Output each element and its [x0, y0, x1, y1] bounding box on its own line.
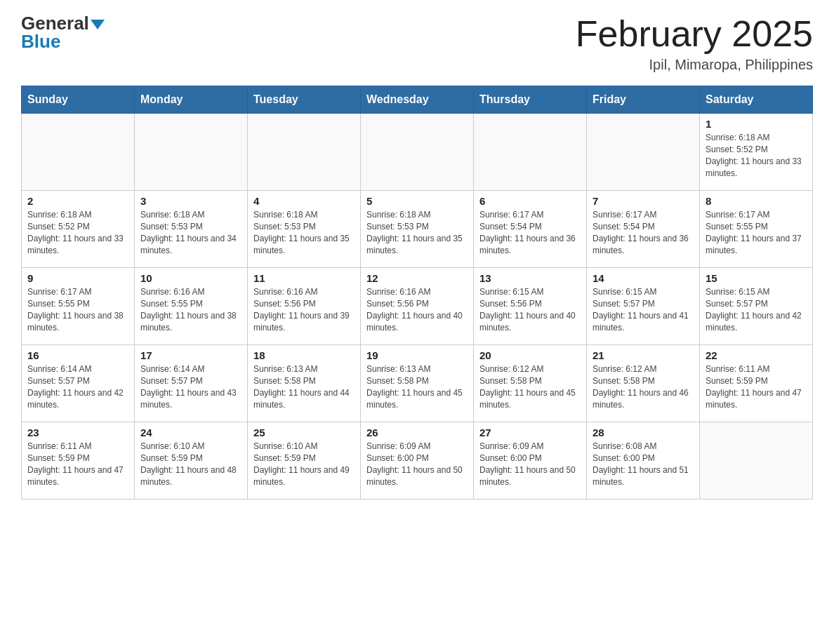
- calendar-cell: [135, 114, 248, 191]
- day-info: Sunrise: 6:13 AM Sunset: 5:58 PM Dayligh…: [253, 363, 355, 410]
- day-info: Sunrise: 6:16 AM Sunset: 5:55 PM Dayligh…: [140, 286, 241, 333]
- calendar-cell: 23Sunrise: 6:11 AM Sunset: 5:59 PM Dayli…: [22, 422, 135, 499]
- day-number: 12: [366, 272, 468, 284]
- calendar-cell: 26Sunrise: 6:09 AM Sunset: 6:00 PM Dayli…: [361, 422, 474, 499]
- day-number: 1: [706, 118, 807, 130]
- day-number: 2: [27, 195, 128, 207]
- calendar-table: Sunday Monday Tuesday Wednesday Thursday…: [21, 86, 813, 499]
- calendar-cell: [700, 422, 813, 499]
- day-number: 16: [27, 349, 128, 361]
- day-number: 8: [706, 195, 807, 207]
- logo-blue: Blue: [21, 32, 60, 51]
- calendar-cell: [587, 114, 700, 191]
- day-number: 5: [366, 195, 468, 207]
- day-info: Sunrise: 6:11 AM Sunset: 5:59 PM Dayligh…: [27, 441, 128, 488]
- day-info: Sunrise: 6:17 AM Sunset: 5:54 PM Dayligh…: [593, 209, 694, 256]
- calendar-cell: 11Sunrise: 6:16 AM Sunset: 5:56 PM Dayli…: [248, 268, 361, 345]
- day-info: Sunrise: 6:15 AM Sunset: 5:56 PM Dayligh…: [479, 286, 581, 333]
- day-info: Sunrise: 6:18 AM Sunset: 5:53 PM Dayligh…: [140, 209, 241, 256]
- week-row-0: 1Sunrise: 6:18 AM Sunset: 5:52 PM Daylig…: [22, 114, 813, 191]
- calendar-cell: 21Sunrise: 6:12 AM Sunset: 5:58 PM Dayli…: [587, 345, 700, 422]
- day-number: 28: [593, 427, 694, 438]
- day-number: 10: [140, 272, 241, 284]
- day-info: Sunrise: 6:16 AM Sunset: 5:56 PM Dayligh…: [366, 286, 468, 333]
- day-info: Sunrise: 6:12 AM Sunset: 5:58 PM Dayligh…: [479, 363, 581, 410]
- calendar-title: February 2025: [576, 14, 813, 54]
- day-info: Sunrise: 6:18 AM Sunset: 5:53 PM Dayligh…: [253, 209, 355, 256]
- calendar-cell: 28Sunrise: 6:08 AM Sunset: 6:00 PM Dayli…: [587, 422, 700, 499]
- calendar-cell: 13Sunrise: 6:15 AM Sunset: 5:56 PM Dayli…: [474, 268, 587, 345]
- header-row: Sunday Monday Tuesday Wednesday Thursday…: [22, 86, 813, 114]
- logo-arrow-icon: [91, 20, 105, 29]
- calendar-cell: 24Sunrise: 6:10 AM Sunset: 5:59 PM Dayli…: [135, 422, 248, 499]
- day-info: Sunrise: 6:18 AM Sunset: 5:53 PM Dayligh…: [366, 209, 468, 256]
- day-info: Sunrise: 6:09 AM Sunset: 6:00 PM Dayligh…: [366, 441, 468, 488]
- logo-general: General: [21, 14, 105, 32]
- header-sunday: Sunday: [22, 86, 135, 114]
- calendar-cell: [22, 114, 135, 191]
- calendar-cell: 12Sunrise: 6:16 AM Sunset: 5:56 PM Dayli…: [361, 268, 474, 345]
- day-info: Sunrise: 6:14 AM Sunset: 5:57 PM Dayligh…: [140, 363, 241, 410]
- calendar-cell: 6Sunrise: 6:17 AM Sunset: 5:54 PM Daylig…: [474, 191, 587, 268]
- day-number: 9: [27, 272, 128, 284]
- day-info: Sunrise: 6:12 AM Sunset: 5:58 PM Dayligh…: [593, 363, 694, 410]
- day-info: Sunrise: 6:10 AM Sunset: 5:59 PM Dayligh…: [253, 441, 355, 488]
- header-wednesday: Wednesday: [361, 86, 474, 114]
- day-number: 13: [479, 272, 581, 284]
- day-info: Sunrise: 6:09 AM Sunset: 6:00 PM Dayligh…: [479, 441, 581, 488]
- day-info: Sunrise: 6:15 AM Sunset: 5:57 PM Dayligh…: [706, 286, 807, 333]
- calendar-cell: 25Sunrise: 6:10 AM Sunset: 5:59 PM Dayli…: [248, 422, 361, 499]
- calendar-cell: 3Sunrise: 6:18 AM Sunset: 5:53 PM Daylig…: [135, 191, 248, 268]
- day-number: 19: [366, 349, 468, 361]
- calendar-cell: 27Sunrise: 6:09 AM Sunset: 6:00 PM Dayli…: [474, 422, 587, 499]
- day-info: Sunrise: 6:16 AM Sunset: 5:56 PM Dayligh…: [253, 286, 355, 333]
- header-tuesday: Tuesday: [248, 86, 361, 114]
- day-info: Sunrise: 6:17 AM Sunset: 5:54 PM Dayligh…: [479, 209, 581, 256]
- calendar-cell: 20Sunrise: 6:12 AM Sunset: 5:58 PM Dayli…: [474, 345, 587, 422]
- calendar-subtitle: Ipil, Mimaropa, Philippines: [576, 57, 813, 73]
- day-number: 23: [27, 427, 128, 438]
- calendar-cell: 10Sunrise: 6:16 AM Sunset: 5:55 PM Dayli…: [135, 268, 248, 345]
- calendar-cell: 18Sunrise: 6:13 AM Sunset: 5:58 PM Dayli…: [248, 345, 361, 422]
- day-number: 3: [140, 195, 241, 207]
- day-number: 26: [366, 427, 468, 438]
- day-info: Sunrise: 6:13 AM Sunset: 5:58 PM Dayligh…: [366, 363, 468, 410]
- calendar-cell: [248, 114, 361, 191]
- day-info: Sunrise: 6:17 AM Sunset: 5:55 PM Dayligh…: [706, 209, 807, 256]
- day-info: Sunrise: 6:18 AM Sunset: 5:52 PM Dayligh…: [706, 132, 807, 179]
- day-info: Sunrise: 6:10 AM Sunset: 5:59 PM Dayligh…: [140, 441, 241, 488]
- calendar-cell: 4Sunrise: 6:18 AM Sunset: 5:53 PM Daylig…: [248, 191, 361, 268]
- calendar-cell: 9Sunrise: 6:17 AM Sunset: 5:55 PM Daylig…: [22, 268, 135, 345]
- day-number: 27: [479, 427, 581, 438]
- week-row-3: 16Sunrise: 6:14 AM Sunset: 5:57 PM Dayli…: [22, 345, 813, 422]
- title-block: February 2025 Ipil, Mimaropa, Philippine…: [576, 14, 813, 73]
- page-header: General Blue February 2025 Ipil, Mimarop…: [21, 14, 813, 73]
- calendar-cell: 1Sunrise: 6:18 AM Sunset: 5:52 PM Daylig…: [700, 114, 813, 191]
- header-thursday: Thursday: [474, 86, 587, 114]
- logo: General Blue: [21, 14, 105, 51]
- day-info: Sunrise: 6:11 AM Sunset: 5:59 PM Dayligh…: [706, 363, 807, 410]
- calendar-cell: 8Sunrise: 6:17 AM Sunset: 5:55 PM Daylig…: [700, 191, 813, 268]
- day-info: Sunrise: 6:15 AM Sunset: 5:57 PM Dayligh…: [593, 286, 694, 333]
- day-number: 18: [253, 349, 355, 361]
- day-number: 22: [706, 349, 807, 361]
- day-number: 11: [253, 272, 355, 284]
- day-number: 17: [140, 349, 241, 361]
- calendar-cell: 17Sunrise: 6:14 AM Sunset: 5:57 PM Dayli…: [135, 345, 248, 422]
- calendar-cell: 5Sunrise: 6:18 AM Sunset: 5:53 PM Daylig…: [361, 191, 474, 268]
- week-row-1: 2Sunrise: 6:18 AM Sunset: 5:52 PM Daylig…: [22, 191, 813, 268]
- week-row-2: 9Sunrise: 6:17 AM Sunset: 5:55 PM Daylig…: [22, 268, 813, 345]
- calendar-cell: [474, 114, 587, 191]
- calendar-cell: [361, 114, 474, 191]
- day-number: 7: [593, 195, 694, 207]
- day-info: Sunrise: 6:17 AM Sunset: 5:55 PM Dayligh…: [27, 286, 128, 333]
- day-number: 25: [253, 427, 355, 438]
- day-number: 15: [706, 272, 807, 284]
- calendar-cell: 14Sunrise: 6:15 AM Sunset: 5:57 PM Dayli…: [587, 268, 700, 345]
- calendar-cell: 22Sunrise: 6:11 AM Sunset: 5:59 PM Dayli…: [700, 345, 813, 422]
- day-number: 21: [593, 349, 694, 361]
- header-saturday: Saturday: [700, 86, 813, 114]
- day-number: 6: [479, 195, 581, 207]
- day-info: Sunrise: 6:14 AM Sunset: 5:57 PM Dayligh…: [27, 363, 128, 410]
- day-info: Sunrise: 6:08 AM Sunset: 6:00 PM Dayligh…: [593, 441, 694, 488]
